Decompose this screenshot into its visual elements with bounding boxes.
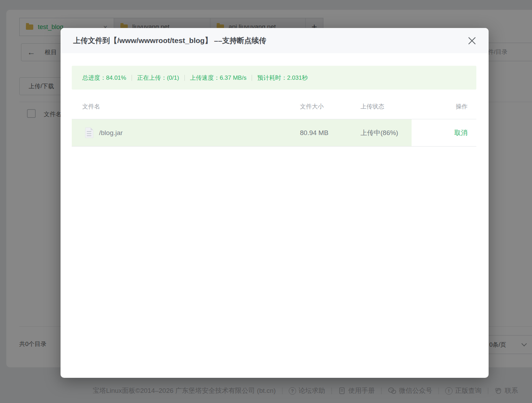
- file-size-cell: 80.94 MB: [300, 129, 360, 137]
- upload-dialog-title: 上传文件到【/www/wwwroot/test_blog】 ––支持断点续传: [73, 36, 465, 45]
- stat-upload-speed: 上传速度：6.37 MB/s: [190, 74, 247, 82]
- stat-eta: 预计耗时：2.031秒: [257, 74, 308, 82]
- file-status-cell: 上传中(86%): [360, 128, 452, 137]
- cancel-upload-link[interactable]: 取消: [454, 129, 468, 136]
- file-name-cell: /blog.jar: [72, 127, 300, 138]
- stat-divider: [252, 75, 252, 81]
- close-button[interactable]: [465, 34, 478, 47]
- file-icon: [85, 127, 93, 138]
- upload-dialog: 上传文件到【/www/wwwroot/test_blog】 ––支持断点续传 总…: [61, 28, 489, 378]
- header-status: 上传状态: [360, 102, 452, 111]
- stat-divider: [132, 75, 132, 81]
- stat-uploading-count: 正在上传：(0/1): [137, 74, 179, 82]
- stat-divider: [184, 75, 185, 81]
- close-icon: [468, 36, 476, 45]
- table-row: /blog.jar 80.94 MB 上传中(86%) 取消: [72, 119, 476, 147]
- table-header-row: 文件名 文件大小 上传状态 操作: [72, 90, 476, 119]
- screen: test_blog × liuyuyang.net api.liuyuyang.…: [0, 0, 532, 403]
- header-action: 操作: [452, 102, 476, 111]
- upload-stats-bar: 总进度：84.01% 正在上传：(0/1) 上传速度：6.37 MB/s 预计耗…: [72, 66, 476, 90]
- file-action-cell: 取消: [452, 128, 476, 137]
- header-filesize: 文件大小: [300, 102, 360, 111]
- upload-dialog-header: 上传文件到【/www/wwwroot/test_blog】 ––支持断点续传: [61, 28, 489, 53]
- upload-file-table: 文件名 文件大小 上传状态 操作 /blog.jar 80: [72, 90, 476, 147]
- stat-total-progress: 总进度：84.01%: [82, 74, 126, 82]
- file-name-text: /blog.jar: [99, 129, 123, 137]
- header-filename: 文件名: [72, 102, 300, 111]
